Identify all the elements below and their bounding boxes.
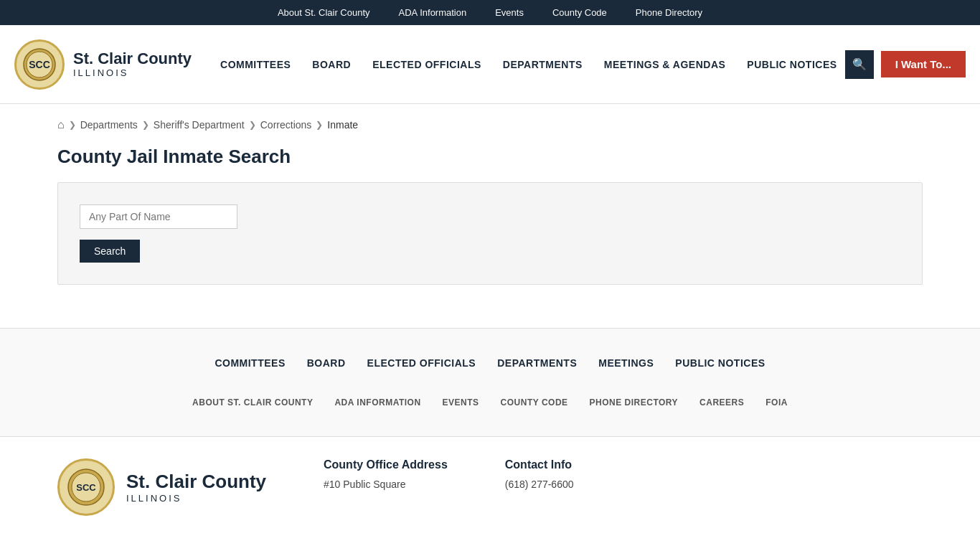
home-link[interactable]: ⌂ bbox=[57, 118, 65, 131]
inmate-search-input[interactable] bbox=[80, 204, 237, 229]
main-nav: SCC St. Clair County ILLINOIS COMMITTEES… bbox=[0, 25, 980, 104]
footer-county-code[interactable]: COUNTY CODE bbox=[501, 397, 568, 408]
site-logo[interactable]: SCC St. Clair County ILLINOIS bbox=[14, 39, 192, 90]
search-button[interactable]: 🔍 bbox=[845, 50, 874, 79]
breadcrumb-corrections[interactable]: Corrections bbox=[260, 119, 312, 131]
breadcrumb: ⌂ ❯ Departments ❯ Sheriff's Department ❯… bbox=[0, 104, 980, 138]
footer-foia[interactable]: FOIA bbox=[765, 397, 788, 408]
nav-meetings[interactable]: MEETINGS & AGENDAS bbox=[604, 59, 726, 70]
ada-link[interactable]: ADA Information bbox=[399, 7, 467, 18]
logo-icon: SCC bbox=[14, 39, 65, 90]
footer-committees[interactable]: COMMITTEES bbox=[215, 357, 285, 369]
i-want-button[interactable]: I Want To... bbox=[881, 51, 966, 77]
footer-meetings[interactable]: MEETINGS bbox=[598, 357, 654, 369]
page-content: County Jail Inmate Search Search bbox=[0, 138, 980, 328]
events-link[interactable]: Events bbox=[495, 7, 524, 18]
footer-elected[interactable]: ELECTED OFFICIALS bbox=[367, 357, 476, 369]
logo-text: St. Clair County ILLINOIS bbox=[73, 50, 192, 78]
footer-primary-nav: COMMITTEES BOARD ELECTED OFFICIALS DEPAR… bbox=[0, 329, 980, 397]
footer-about[interactable]: ABOUT ST. CLAIR COUNTY bbox=[192, 397, 313, 408]
nav-actions: 🔍 I Want To... bbox=[845, 50, 966, 79]
footer-events[interactable]: EVENTS bbox=[443, 397, 479, 408]
nav-elected[interactable]: ELECTED OFFICIALS bbox=[372, 59, 481, 70]
breadcrumb-sep-4: ❯ bbox=[316, 120, 323, 130]
footer-bottom: SCC St. Clair County ILLINOIS County Off… bbox=[0, 436, 980, 537]
top-bar: About St. Clair County ADA Information E… bbox=[0, 0, 980, 25]
search-form: Search bbox=[57, 182, 923, 285]
footer-logo: SCC St. Clair County ILLINOIS bbox=[57, 458, 266, 516]
svg-text:SCC: SCC bbox=[76, 482, 96, 493]
page-title: County Jail Inmate Search bbox=[57, 146, 923, 168]
county-code-link[interactable]: County Code bbox=[552, 7, 607, 18]
footer-logo-icon: SCC bbox=[57, 458, 115, 516]
nav-departments[interactable]: DEPARTMENTS bbox=[503, 59, 583, 70]
breadcrumb-current: Inmate bbox=[327, 119, 358, 131]
breadcrumb-sheriff[interactable]: Sheriff's Department bbox=[154, 119, 245, 131]
footer-ada[interactable]: ADA INFORMATION bbox=[334, 397, 420, 408]
nav-board[interactable]: BOARD bbox=[312, 59, 351, 70]
footer-board[interactable]: BOARD bbox=[307, 357, 346, 369]
home-icon: ⌂ bbox=[57, 118, 65, 131]
footer-logo-text: St. Clair County ILLINOIS bbox=[126, 471, 266, 504]
breadcrumb-sep-2: ❯ bbox=[142, 120, 149, 130]
nav-notices[interactable]: PUBLIC NOTICES bbox=[747, 59, 837, 70]
footer-address: County Office Address #10 Public Square bbox=[324, 458, 448, 516]
search-submit-button[interactable]: Search bbox=[80, 240, 140, 263]
breadcrumb-sep-3: ❯ bbox=[249, 120, 256, 130]
svg-text:SCC: SCC bbox=[29, 59, 50, 70]
footer-notices[interactable]: PUBLIC NOTICES bbox=[675, 357, 765, 369]
breadcrumb-departments[interactable]: Departments bbox=[80, 119, 138, 131]
nav-committees[interactable]: COMMITTEES bbox=[220, 59, 291, 70]
footer-careers[interactable]: CAREERS bbox=[699, 397, 744, 408]
breadcrumb-sep-1: ❯ bbox=[69, 120, 76, 130]
about-link[interactable]: About St. Clair County bbox=[278, 7, 370, 18]
search-icon: 🔍 bbox=[852, 57, 867, 71]
footer-secondary-nav: ABOUT ST. CLAIR COUNTY ADA INFORMATION E… bbox=[0, 397, 980, 436]
footer-phone[interactable]: PHONE DIRECTORY bbox=[590, 397, 679, 408]
footer-contact: Contact Info (618) 277-6600 bbox=[505, 458, 574, 516]
nav-links: COMMITTEES BOARD ELECTED OFFICIALS DEPAR… bbox=[220, 59, 845, 70]
footer-departments[interactable]: DEPARTMENTS bbox=[497, 357, 577, 369]
phone-directory-link[interactable]: Phone Directory bbox=[636, 7, 702, 18]
